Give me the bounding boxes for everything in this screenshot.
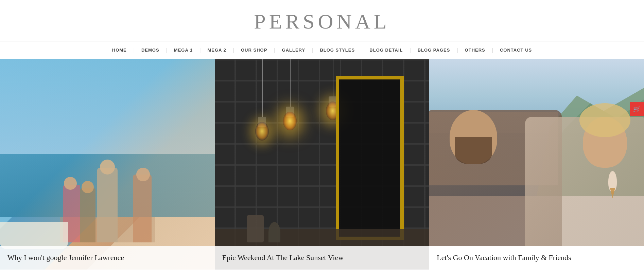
nav-item-mega1[interactable]: MEGA 1	[167, 41, 199, 59]
nav-item-others[interactable]: OTHERS	[458, 41, 492, 59]
blog-card-title-2: Epic Weekend At The Lake Sunset View	[222, 253, 344, 263]
blog-card-title-1: Why I won't google Jennifer Lawrence	[7, 253, 124, 263]
nav-item-contact-us[interactable]: CONTACT US	[493, 41, 539, 59]
nav-item-gallery[interactable]: GALLERY	[275, 41, 312, 59]
nav-item-our-shop[interactable]: OUR SHOP	[234, 41, 274, 59]
blog-card-title-3: Let's Go On Vacation with Family & Frien…	[437, 253, 571, 263]
nav-item-demos[interactable]: DEMOS	[135, 41, 166, 59]
blog-card-caption-2: Epic Weekend At The Lake Sunset View	[215, 246, 430, 270]
cart-button[interactable]: 🛒	[630, 102, 644, 116]
nav-item-blog-pages[interactable]: BLOG PAGES	[411, 41, 457, 59]
blog-card-3[interactable]: Let's Go On Vacation with Family & Frien…	[429, 59, 644, 270]
blog-grid: Why I won't google Jennifer Lawrence	[0, 59, 644, 270]
nav-item-mega2[interactable]: MEGA 2	[201, 41, 233, 59]
blog-card-caption-1: Why I won't google Jennifer Lawrence	[0, 246, 215, 270]
blog-card-2[interactable]: Epic Weekend At The Lake Sunset View	[215, 59, 430, 270]
nav-item-blog-detail[interactable]: BLOG DETAIL	[363, 41, 410, 59]
site-header: PERSONAL	[0, 0, 644, 41]
cart-icon: 🛒	[633, 105, 641, 113]
blog-card-caption-3: Let's Go On Vacation with Family & Frien…	[429, 246, 644, 270]
nav-item-home[interactable]: HOME	[105, 41, 134, 59]
nav-item-blog-styles[interactable]: BLOG STYLES	[313, 41, 362, 59]
main-navigation: HOME | DEMOS | MEGA 1 | MEGA 2 | OUR SHO…	[0, 41, 644, 59]
blog-card-1[interactable]: Why I won't google Jennifer Lawrence	[0, 59, 215, 270]
site-logo: PERSONAL	[0, 10, 644, 34]
